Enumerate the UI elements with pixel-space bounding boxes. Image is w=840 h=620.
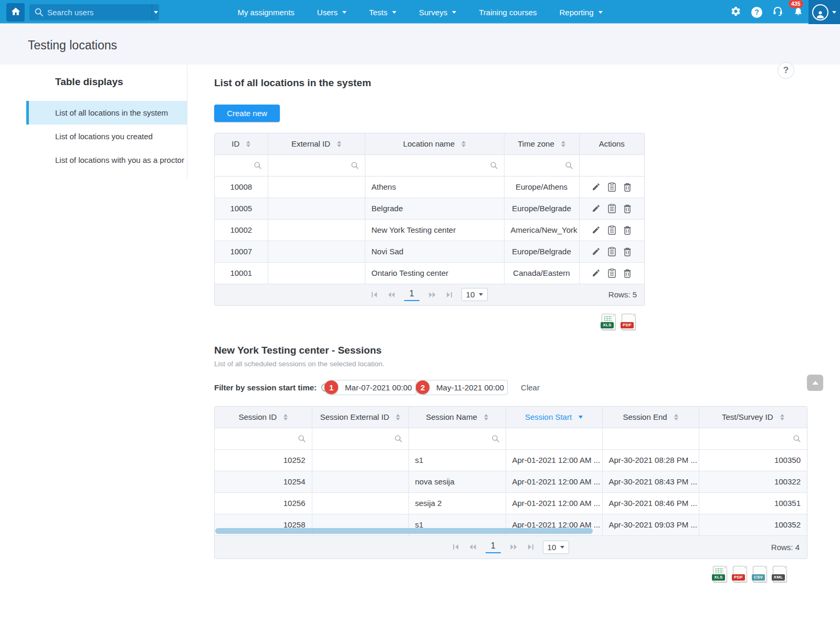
column-header-external-id[interactable]: External ID bbox=[268, 133, 365, 154]
sidebar-item-label: List of all locations in the system bbox=[55, 108, 168, 117]
sidebar-item-locations-you-created[interactable]: List of locations you created bbox=[0, 125, 187, 148]
cell-external-id bbox=[268, 241, 365, 262]
nav-item-tests[interactable]: Tests bbox=[369, 8, 396, 17]
table-row[interactable]: 10002 New York Testing center America/Ne… bbox=[215, 219, 644, 241]
column-header-session-id[interactable]: Session ID bbox=[215, 407, 312, 428]
sidebar-item-locations-proctor[interactable]: List of locations with you as a proctor bbox=[0, 148, 187, 172]
edit-icon[interactable] bbox=[592, 225, 601, 234]
column-header-test-survey-id[interactable]: Test/Survey ID bbox=[699, 407, 807, 428]
scroll-to-top-button[interactable] bbox=[807, 375, 823, 391]
edit-icon[interactable] bbox=[592, 182, 601, 191]
nav-item-reporting[interactable]: Reporting bbox=[560, 8, 603, 17]
next-page-icon[interactable] bbox=[510, 544, 518, 550]
delete-icon[interactable] bbox=[623, 204, 632, 213]
nav-item-label: My assignments bbox=[237, 8, 294, 17]
details-icon[interactable] bbox=[608, 204, 616, 213]
delete-icon[interactable] bbox=[623, 182, 632, 192]
filter-input-id[interactable] bbox=[215, 154, 268, 176]
nav-item-surveys[interactable]: Surveys bbox=[419, 8, 456, 17]
date-from-input[interactable] bbox=[331, 380, 416, 395]
filter-input-location-name[interactable] bbox=[365, 154, 504, 176]
page-help-button[interactable]: ? bbox=[778, 62, 794, 79]
filter-input-external-id[interactable] bbox=[268, 154, 365, 176]
export-xml-icon[interactable]: XML bbox=[773, 566, 787, 582]
export-csv-icon[interactable]: CSV bbox=[753, 566, 767, 582]
chevron-down-icon bbox=[598, 11, 603, 14]
delete-icon[interactable] bbox=[623, 247, 632, 256]
previous-page-icon[interactable] bbox=[387, 292, 395, 298]
filter-input-session-external-id[interactable] bbox=[312, 428, 408, 449]
details-icon[interactable] bbox=[608, 182, 616, 192]
filter-input-session-name[interactable] bbox=[408, 428, 506, 449]
notifications-button[interactable]: 435 bbox=[793, 6, 803, 18]
date-to-input[interactable] bbox=[423, 380, 508, 395]
details-icon[interactable] bbox=[608, 268, 616, 278]
export-xls-icon[interactable]: XLS bbox=[602, 314, 616, 330]
create-new-button[interactable]: Create new bbox=[214, 105, 280, 122]
sidebar-item-all-locations[interactable]: List of all locations in the system bbox=[26, 101, 187, 125]
sort-icon bbox=[246, 141, 250, 147]
page-size-select[interactable]: 10 bbox=[461, 288, 488, 301]
cell-session-external-id bbox=[312, 449, 408, 471]
previous-page-icon[interactable] bbox=[469, 544, 477, 550]
chevron-down-icon bbox=[342, 11, 346, 14]
filter-input-test-survey-id[interactable] bbox=[699, 428, 807, 449]
details-icon[interactable] bbox=[608, 247, 616, 256]
settings-button[interactable] bbox=[730, 6, 741, 19]
column-header-id[interactable]: ID bbox=[215, 133, 268, 154]
search-icon bbox=[350, 161, 360, 170]
sidebar-item-label: List of locations with you as a proctor bbox=[55, 156, 184, 164]
export-pdf-icon[interactable]: PDF bbox=[622, 314, 636, 330]
column-header-session-external-id[interactable]: Session External ID bbox=[312, 407, 408, 428]
nav-item-my-assignments[interactable]: My assignments bbox=[237, 8, 294, 17]
search-icon bbox=[394, 434, 403, 443]
column-label: Time zone bbox=[518, 139, 554, 148]
cell-test-survey-id: 100350 bbox=[699, 449, 807, 471]
cell-time-zone: Canada/Eastern bbox=[504, 262, 579, 284]
delete-icon[interactable] bbox=[623, 268, 632, 278]
current-page[interactable]: 1 bbox=[404, 288, 419, 301]
locations-section-title: List of all locations in the system bbox=[214, 77, 371, 89]
export-xls-icon[interactable]: XLS bbox=[713, 566, 727, 582]
column-header-session-start[interactable]: Session Start bbox=[506, 407, 602, 428]
next-page-icon[interactable] bbox=[428, 292, 436, 298]
help-button[interactable]: ? bbox=[751, 7, 762, 18]
first-page-icon[interactable] bbox=[453, 544, 460, 550]
last-page-icon[interactable] bbox=[527, 544, 534, 550]
horizontal-scrollbar[interactable] bbox=[215, 528, 593, 534]
table-row[interactable]: 10005 Belgrade Europe/Belgrade bbox=[215, 198, 644, 219]
filter-input-session-id[interactable] bbox=[215, 428, 312, 449]
current-page[interactable]: 1 bbox=[486, 541, 501, 553]
nav-item-training-courses[interactable]: Training courses bbox=[479, 8, 537, 17]
first-page-icon[interactable] bbox=[371, 292, 379, 298]
sessions-export-buttons: XLS PDF CSV XML bbox=[713, 566, 787, 582]
cell-location-name: Novi Sad bbox=[365, 241, 504, 262]
last-page-icon[interactable] bbox=[445, 292, 453, 298]
chevron-down-icon bbox=[832, 11, 836, 14]
column-header-location-name[interactable]: Location name bbox=[365, 133, 504, 154]
table-row[interactable]: 10254 nova sesija Apr-01-2021 12:00 AM .… bbox=[215, 471, 807, 492]
notification-count-badge: 435 bbox=[789, 0, 803, 8]
delete-icon[interactable] bbox=[623, 225, 632, 235]
table-row[interactable]: 10252 s1 Apr-01-2021 12:00 AM ... Apr-30… bbox=[215, 449, 807, 471]
nav-item-users[interactable]: Users bbox=[317, 8, 346, 17]
table-row[interactable]: 10256 sesija 2 Apr-01-2021 12:00 AM ... … bbox=[215, 492, 807, 514]
export-pdf-icon[interactable]: PDF bbox=[733, 566, 747, 582]
table-row[interactable]: 10008 Athens Europe/Athens bbox=[215, 176, 644, 198]
edit-icon[interactable] bbox=[592, 204, 601, 213]
support-button[interactable] bbox=[772, 6, 783, 19]
table-row[interactable]: 10001 Ontario Testing center Canada/East… bbox=[215, 262, 644, 284]
cell-session-id: 10256 bbox=[215, 492, 312, 514]
edit-icon[interactable] bbox=[592, 268, 601, 277]
table-row[interactable]: 10007 Novi Sad Europe/Belgrade bbox=[215, 241, 644, 262]
column-header-session-name[interactable]: Session Name bbox=[408, 407, 506, 428]
filter-input-time-zone[interactable] bbox=[504, 154, 579, 176]
column-header-time-zone[interactable]: Time zone bbox=[504, 133, 579, 154]
page-size-select[interactable]: 10 bbox=[543, 541, 570, 554]
edit-icon[interactable] bbox=[592, 247, 601, 256]
account-menu[interactable] bbox=[808, 0, 840, 24]
filter-cell-empty bbox=[602, 428, 699, 449]
details-icon[interactable] bbox=[608, 225, 616, 235]
clear-filter-link[interactable]: Clear bbox=[521, 383, 540, 392]
column-header-session-end[interactable]: Session End bbox=[602, 407, 699, 428]
